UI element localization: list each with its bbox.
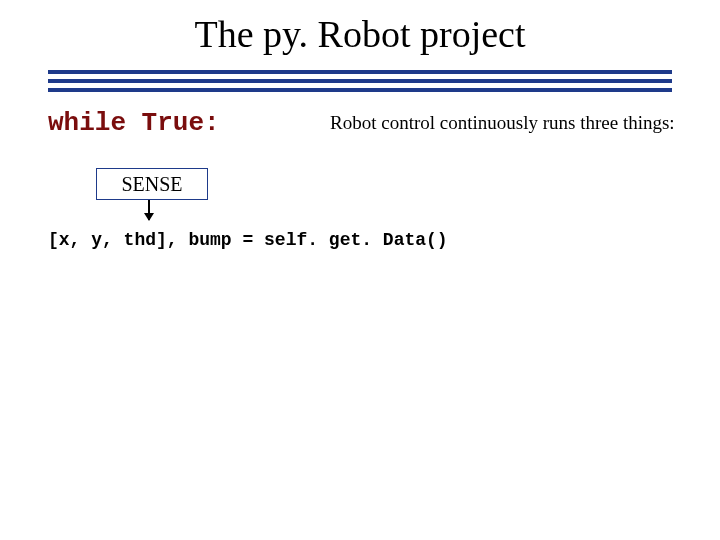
slide-title: The py. Robot project <box>0 12 720 56</box>
title-underline-group <box>48 70 672 97</box>
while-true-code: while True: <box>48 108 220 138</box>
slide: The py. Robot project while True: Robot … <box>0 0 720 540</box>
sense-box: SENSE <box>96 168 208 200</box>
arrow-down-icon <box>148 200 150 220</box>
code-line: [x, y, thd], bump = self. get. Data() <box>48 230 448 250</box>
divider-rule <box>48 79 672 83</box>
divider-rule <box>48 70 672 74</box>
sense-label: SENSE <box>121 173 182 196</box>
divider-rule <box>48 88 672 92</box>
subtitle-text: Robot control continuously runs three th… <box>330 112 675 134</box>
